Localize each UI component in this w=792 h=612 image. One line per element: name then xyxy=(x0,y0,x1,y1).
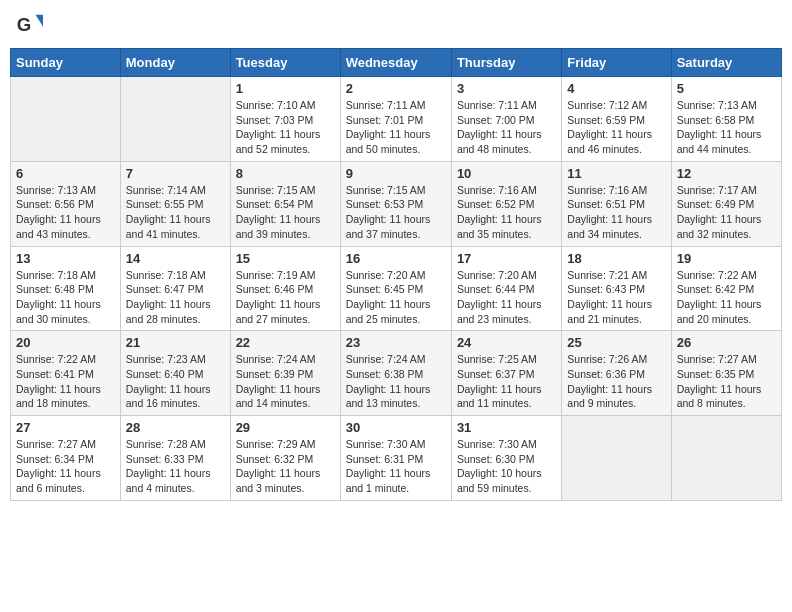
day-number: 1 xyxy=(236,81,335,96)
calendar-week-5: 27Sunrise: 7:27 AM Sunset: 6:34 PM Dayli… xyxy=(11,416,782,501)
day-info: Sunrise: 7:30 AM Sunset: 6:31 PM Dayligh… xyxy=(346,437,446,496)
day-info: Sunrise: 7:12 AM Sunset: 6:59 PM Dayligh… xyxy=(567,98,665,157)
calendar-cell: 16Sunrise: 7:20 AM Sunset: 6:45 PM Dayli… xyxy=(340,246,451,331)
day-number: 15 xyxy=(236,251,335,266)
calendar-cell: 28Sunrise: 7:28 AM Sunset: 6:33 PM Dayli… xyxy=(120,416,230,501)
calendar-cell: 23Sunrise: 7:24 AM Sunset: 6:38 PM Dayli… xyxy=(340,331,451,416)
calendar-week-4: 20Sunrise: 7:22 AM Sunset: 6:41 PM Dayli… xyxy=(11,331,782,416)
calendar-cell: 25Sunrise: 7:26 AM Sunset: 6:36 PM Dayli… xyxy=(562,331,671,416)
day-info: Sunrise: 7:16 AM Sunset: 6:51 PM Dayligh… xyxy=(567,183,665,242)
day-number: 3 xyxy=(457,81,556,96)
calendar-cell xyxy=(562,416,671,501)
day-info: Sunrise: 7:25 AM Sunset: 6:37 PM Dayligh… xyxy=(457,352,556,411)
day-info: Sunrise: 7:20 AM Sunset: 6:44 PM Dayligh… xyxy=(457,268,556,327)
day-info: Sunrise: 7:17 AM Sunset: 6:49 PM Dayligh… xyxy=(677,183,776,242)
day-number: 2 xyxy=(346,81,446,96)
day-info: Sunrise: 7:23 AM Sunset: 6:40 PM Dayligh… xyxy=(126,352,225,411)
day-number: 6 xyxy=(16,166,115,181)
calendar-cell: 13Sunrise: 7:18 AM Sunset: 6:48 PM Dayli… xyxy=(11,246,121,331)
calendar-body: 1Sunrise: 7:10 AM Sunset: 7:03 PM Daylig… xyxy=(11,77,782,501)
day-number: 20 xyxy=(16,335,115,350)
calendar-header-wednesday: Wednesday xyxy=(340,49,451,77)
calendar-cell: 2Sunrise: 7:11 AM Sunset: 7:01 PM Daylig… xyxy=(340,77,451,162)
calendar-cell: 12Sunrise: 7:17 AM Sunset: 6:49 PM Dayli… xyxy=(671,161,781,246)
day-number: 18 xyxy=(567,251,665,266)
page-header: G xyxy=(10,10,782,38)
day-number: 23 xyxy=(346,335,446,350)
calendar-cell xyxy=(120,77,230,162)
calendar-cell: 21Sunrise: 7:23 AM Sunset: 6:40 PM Dayli… xyxy=(120,331,230,416)
calendar-cell: 26Sunrise: 7:27 AM Sunset: 6:35 PM Dayli… xyxy=(671,331,781,416)
calendar-table: SundayMondayTuesdayWednesdayThursdayFrid… xyxy=(10,48,782,501)
day-number: 25 xyxy=(567,335,665,350)
day-info: Sunrise: 7:18 AM Sunset: 6:47 PM Dayligh… xyxy=(126,268,225,327)
calendar-cell: 1Sunrise: 7:10 AM Sunset: 7:03 PM Daylig… xyxy=(230,77,340,162)
day-info: Sunrise: 7:22 AM Sunset: 6:42 PM Dayligh… xyxy=(677,268,776,327)
calendar-cell: 19Sunrise: 7:22 AM Sunset: 6:42 PM Dayli… xyxy=(671,246,781,331)
day-number: 17 xyxy=(457,251,556,266)
day-number: 10 xyxy=(457,166,556,181)
calendar-cell: 4Sunrise: 7:12 AM Sunset: 6:59 PM Daylig… xyxy=(562,77,671,162)
calendar-week-2: 6Sunrise: 7:13 AM Sunset: 6:56 PM Daylig… xyxy=(11,161,782,246)
day-info: Sunrise: 7:14 AM Sunset: 6:55 PM Dayligh… xyxy=(126,183,225,242)
day-info: Sunrise: 7:15 AM Sunset: 6:53 PM Dayligh… xyxy=(346,183,446,242)
calendar-cell: 10Sunrise: 7:16 AM Sunset: 6:52 PM Dayli… xyxy=(451,161,561,246)
calendar-cell: 9Sunrise: 7:15 AM Sunset: 6:53 PM Daylig… xyxy=(340,161,451,246)
calendar-week-3: 13Sunrise: 7:18 AM Sunset: 6:48 PM Dayli… xyxy=(11,246,782,331)
calendar-cell: 15Sunrise: 7:19 AM Sunset: 6:46 PM Dayli… xyxy=(230,246,340,331)
day-number: 9 xyxy=(346,166,446,181)
day-info: Sunrise: 7:28 AM Sunset: 6:33 PM Dayligh… xyxy=(126,437,225,496)
logo: G xyxy=(15,10,47,38)
day-info: Sunrise: 7:10 AM Sunset: 7:03 PM Dayligh… xyxy=(236,98,335,157)
calendar-cell xyxy=(671,416,781,501)
day-info: Sunrise: 7:13 AM Sunset: 6:56 PM Dayligh… xyxy=(16,183,115,242)
day-info: Sunrise: 7:11 AM Sunset: 7:00 PM Dayligh… xyxy=(457,98,556,157)
calendar-header-saturday: Saturday xyxy=(671,49,781,77)
calendar-cell: 24Sunrise: 7:25 AM Sunset: 6:37 PM Dayli… xyxy=(451,331,561,416)
svg-marker-1 xyxy=(36,15,43,27)
calendar-cell: 29Sunrise: 7:29 AM Sunset: 6:32 PM Dayli… xyxy=(230,416,340,501)
day-number: 31 xyxy=(457,420,556,435)
day-number: 14 xyxy=(126,251,225,266)
calendar-cell: 18Sunrise: 7:21 AM Sunset: 6:43 PM Dayli… xyxy=(562,246,671,331)
day-number: 7 xyxy=(126,166,225,181)
day-number: 28 xyxy=(126,420,225,435)
calendar-header-friday: Friday xyxy=(562,49,671,77)
calendar-cell: 14Sunrise: 7:18 AM Sunset: 6:47 PM Dayli… xyxy=(120,246,230,331)
day-info: Sunrise: 7:11 AM Sunset: 7:01 PM Dayligh… xyxy=(346,98,446,157)
day-number: 13 xyxy=(16,251,115,266)
calendar-header-monday: Monday xyxy=(120,49,230,77)
day-number: 11 xyxy=(567,166,665,181)
calendar-cell: 7Sunrise: 7:14 AM Sunset: 6:55 PM Daylig… xyxy=(120,161,230,246)
calendar-header-row: SundayMondayTuesdayWednesdayThursdayFrid… xyxy=(11,49,782,77)
logo-icon: G xyxy=(15,10,43,38)
day-number: 5 xyxy=(677,81,776,96)
day-info: Sunrise: 7:27 AM Sunset: 6:34 PM Dayligh… xyxy=(16,437,115,496)
day-info: Sunrise: 7:22 AM Sunset: 6:41 PM Dayligh… xyxy=(16,352,115,411)
calendar-cell: 31Sunrise: 7:30 AM Sunset: 6:30 PM Dayli… xyxy=(451,416,561,501)
day-number: 19 xyxy=(677,251,776,266)
calendar-cell: 22Sunrise: 7:24 AM Sunset: 6:39 PM Dayli… xyxy=(230,331,340,416)
calendar-cell: 17Sunrise: 7:20 AM Sunset: 6:44 PM Dayli… xyxy=(451,246,561,331)
day-info: Sunrise: 7:13 AM Sunset: 6:58 PM Dayligh… xyxy=(677,98,776,157)
day-number: 8 xyxy=(236,166,335,181)
calendar-header-tuesday: Tuesday xyxy=(230,49,340,77)
day-info: Sunrise: 7:20 AM Sunset: 6:45 PM Dayligh… xyxy=(346,268,446,327)
day-number: 21 xyxy=(126,335,225,350)
calendar-cell: 27Sunrise: 7:27 AM Sunset: 6:34 PM Dayli… xyxy=(11,416,121,501)
day-number: 29 xyxy=(236,420,335,435)
day-info: Sunrise: 7:16 AM Sunset: 6:52 PM Dayligh… xyxy=(457,183,556,242)
day-number: 12 xyxy=(677,166,776,181)
day-number: 30 xyxy=(346,420,446,435)
day-info: Sunrise: 7:29 AM Sunset: 6:32 PM Dayligh… xyxy=(236,437,335,496)
day-number: 22 xyxy=(236,335,335,350)
day-info: Sunrise: 7:15 AM Sunset: 6:54 PM Dayligh… xyxy=(236,183,335,242)
calendar-cell: 5Sunrise: 7:13 AM Sunset: 6:58 PM Daylig… xyxy=(671,77,781,162)
day-number: 4 xyxy=(567,81,665,96)
calendar-header-thursday: Thursday xyxy=(451,49,561,77)
day-info: Sunrise: 7:24 AM Sunset: 6:39 PM Dayligh… xyxy=(236,352,335,411)
calendar-cell xyxy=(11,77,121,162)
day-info: Sunrise: 7:27 AM Sunset: 6:35 PM Dayligh… xyxy=(677,352,776,411)
day-info: Sunrise: 7:24 AM Sunset: 6:38 PM Dayligh… xyxy=(346,352,446,411)
calendar-cell: 6Sunrise: 7:13 AM Sunset: 6:56 PM Daylig… xyxy=(11,161,121,246)
